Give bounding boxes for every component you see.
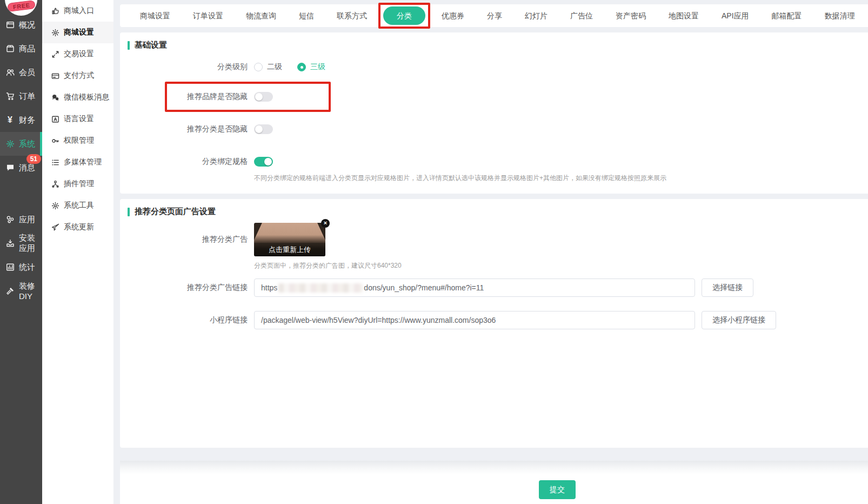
submit-button[interactable]: 提交 [539, 480, 576, 499]
sidebar-item-install-apps[interactable]: 安装应用 [0, 231, 42, 255]
select-link-button[interactable]: 选择链接 [702, 278, 753, 297]
tab-category[interactable]: 分类 [383, 6, 425, 25]
sidebar-item-label: 订单 [19, 91, 35, 102]
mini-link-input[interactable]: /packagel/web-view/h5View?diyUrl=https:/… [254, 311, 695, 329]
tab-logistics-query[interactable]: 物流查询 [235, 4, 288, 27]
menu-item-permission-management[interactable]: 权限管理 [42, 130, 113, 151]
gear-icon [51, 202, 59, 210]
tab-map-settings[interactable]: 地图设置 [657, 4, 710, 27]
menu-item-wechat-template-msg[interactable]: 微信模板消息 [42, 87, 113, 108]
list-icon [51, 158, 59, 167]
category-level-label: 分类级别 [120, 62, 248, 72]
tab-mall-settings[interactable]: 商城设置 [129, 4, 182, 27]
select-mini-link-button[interactable]: 选择小程序链接 [702, 311, 776, 329]
sidebar-item-goods[interactable]: 商品 [0, 37, 42, 61]
wechat-icon [51, 94, 59, 102]
active-tab-wrap: 分类 [383, 6, 425, 25]
ad-image-upload[interactable]: 点击重新上传 × [254, 223, 325, 256]
footer-bar: 提交 [120, 474, 868, 504]
sidebar-item-orders[interactable]: 订单 [0, 84, 42, 108]
sidebar-item-label: 商品 [19, 44, 35, 54]
sidebar-item-finance[interactable]: ¥财务 [0, 108, 42, 132]
hide-brand-row: 推荐品牌是否隐藏 [120, 81, 868, 113]
plugin-icon [51, 180, 59, 188]
tab-coupon[interactable]: 优惠券 [430, 4, 476, 27]
category-level-row: 分类级别 二级 三级 [120, 54, 868, 81]
ad-settings-title: 推荐分类页面广告设置 [120, 207, 868, 217]
menu-item-system-update[interactable]: 系统更新 [42, 216, 113, 238]
radio-dot [254, 63, 263, 71]
message-count-badge: 51 [26, 154, 41, 164]
ad-link-input[interactable]: https dons/yun_shop/?menu#/home?i=11 [254, 278, 695, 297]
remove-image-icon[interactable]: × [321, 219, 330, 228]
tab-mail-config[interactable]: 邮箱配置 [760, 4, 813, 27]
menu-item-label: 微信模板消息 [64, 92, 109, 102]
hide-brand-toggle[interactable] [254, 92, 273, 102]
ad-settings-card: 推荐分类页面广告设置 推荐分类广告 点击重新上传 × 分类页面中，推荐分类的广告… [120, 199, 868, 448]
sidebar-item-label: 概况 [19, 20, 35, 30]
sidebar-item-decorate-diy[interactable]: 装修DIY [0, 279, 42, 303]
sidebar-item-label: 会员 [19, 68, 35, 78]
bind-spec-row: 分类绑定规格 [120, 145, 868, 178]
ad-image-label: 推荐分类广告 [120, 235, 248, 244]
chat-icon [5, 163, 15, 172]
thumb-icon [51, 7, 59, 15]
tab-sms[interactable]: 短信 [288, 4, 325, 27]
tab-share[interactable]: 分享 [476, 4, 513, 27]
menu-item-label: 系统更新 [64, 222, 94, 232]
tab-asset-password[interactable]: 资产密码 [604, 4, 657, 27]
tab-api-app[interactable]: API应用 [710, 4, 760, 27]
sidebar-item-messages[interactable]: 消息51 [0, 156, 42, 180]
menu-item-media-management[interactable]: 多媒体管理 [42, 151, 113, 173]
secondary-sidebar: 商城入口商城设置交易设置支付方式微信模板消息语言设置权限管理多媒体管理插件管理系… [42, 0, 113, 504]
sidebar-item-label: 系统 [19, 139, 35, 149]
tab-order-settings[interactable]: 订单设置 [182, 4, 235, 27]
menu-item-mall-entry[interactable]: 商城入口 [42, 0, 113, 22]
footer-shadow [120, 461, 868, 474]
overview-icon [5, 21, 15, 29]
tab-contact[interactable]: 联系方式 [325, 4, 378, 27]
mini-link-row: 小程序链接 /packagel/web-view/h5View?diyUrl=h… [120, 304, 868, 336]
menu-item-system-tools[interactable]: 系统工具 [42, 195, 113, 216]
settings-tabbar: 商城设置订单设置物流查询短信联系方式分类优惠券分享幻灯片广告位资产密码地图设置A… [120, 4, 868, 27]
permission-icon [51, 137, 59, 145]
menu-item-trade-settings[interactable]: 交易设置 [42, 43, 113, 65]
menu-item-mall-settings[interactable]: 商城设置 [42, 22, 113, 43]
menu-item-plugin-management[interactable]: 插件管理 [42, 173, 113, 195]
sidebar-item-members[interactable]: 会员 [0, 61, 42, 84]
sidebar-item-label: 财务 [19, 115, 35, 125]
tab-slideshow[interactable]: 幻灯片 [513, 4, 559, 27]
menu-item-language-settings[interactable]: 语言设置 [42, 108, 113, 130]
sidebar-item-overview[interactable]: 概况 [0, 13, 42, 37]
basic-settings-title: 基础设置 [120, 40, 868, 50]
primary-sidebar: FREE 概况商品会员订单¥财务系统消息51应用安装应用统计装修DIY [0, 0, 42, 504]
card-icon [51, 72, 59, 80]
apps-icon [5, 215, 15, 224]
reupload-overlay[interactable]: 点击重新上传 [254, 243, 325, 256]
ad-link-row: 推荐分类广告链接 https dons/yun_shop/?menu#/home… [120, 271, 868, 304]
sidebar-item-system[interactable]: 系统 [0, 132, 42, 156]
sidebar-item-label: 安装应用 [19, 233, 42, 254]
title-accent-bar [128, 208, 130, 216]
chart-icon [5, 263, 15, 271]
gear-icon [5, 140, 15, 148]
menu-item-label: 语言设置 [64, 114, 94, 124]
menu-item-payment-methods[interactable]: 支付方式 [42, 65, 113, 87]
yen-icon: ¥ [5, 115, 15, 125]
tab-data-cleanup[interactable]: 数据清理 [813, 4, 866, 27]
bind-spec-label: 分类绑定规格 [120, 157, 248, 167]
hammer-icon [5, 287, 15, 295]
radio-level-2[interactable]: 二级 [254, 62, 282, 72]
bind-spec-toggle[interactable] [254, 157, 273, 167]
install-icon [5, 239, 15, 248]
sidebar-item-label: 统计 [19, 262, 35, 273]
radio-level-3[interactable]: 三级 [297, 62, 325, 72]
hide-brand-label: 推荐品牌是否隐藏 [120, 92, 248, 102]
hide-category-toggle[interactable] [254, 124, 273, 134]
title-accent-bar [128, 41, 130, 50]
tab-ad-position[interactable]: 广告位 [559, 4, 604, 27]
basic-settings-card: 基础设置 分类级别 二级 三级 推荐品牌是否隐藏 推荐 [120, 32, 868, 194]
sidebar-item-statistics[interactable]: 统计 [0, 255, 42, 279]
sidebar-item-apps[interactable]: 应用 [0, 208, 42, 231]
menu-item-label: 权限管理 [64, 136, 94, 145]
